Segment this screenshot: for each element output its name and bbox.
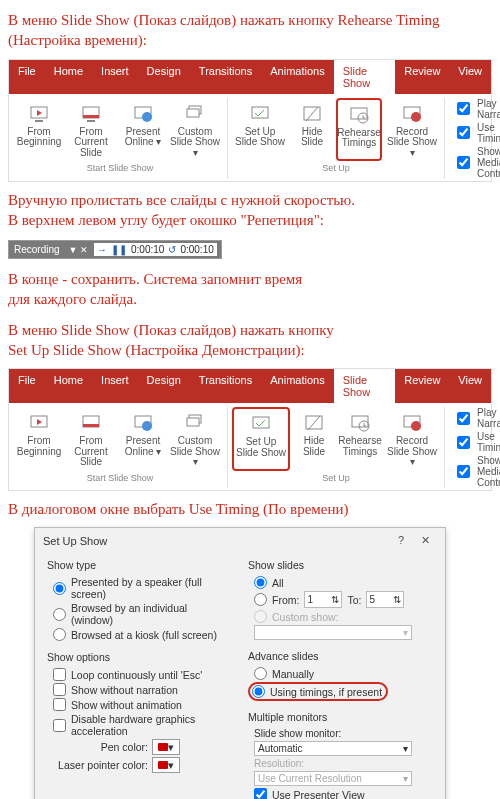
slide-off-icon (303, 412, 325, 434)
screen-play-bar-icon (80, 103, 102, 125)
tab-insert[interactable]: Insert (92, 369, 138, 403)
close-icon[interactable]: ✕ (413, 534, 437, 547)
tab-strip: File Home Insert Design Transitions Anim… (9, 369, 491, 403)
custom-show-button[interactable]: Custom Slide Show ▾ (167, 407, 223, 471)
tab-slideshow[interactable]: Slide Show (334, 369, 396, 403)
laser-color-picker[interactable]: ▾ (152, 757, 180, 773)
screen-play-icon (28, 103, 50, 125)
tab-view[interactable]: View (449, 60, 491, 94)
tab-review[interactable]: Review (395, 60, 449, 94)
tab-strip: File Home Insert Design Transitions Anim… (9, 60, 491, 94)
laser-color-label: Laser pointer color: (53, 759, 148, 771)
advance-timings-radio[interactable]: Using timings, if present (252, 685, 382, 698)
show-type-heading: Show type (47, 559, 232, 571)
pen-color-picker[interactable]: ▾ (152, 739, 180, 755)
svg-rect-22 (253, 417, 269, 428)
svg-rect-1 (35, 120, 43, 122)
screens-stack-icon (184, 412, 206, 434)
svg-rect-3 (83, 115, 99, 118)
tab-slideshow[interactable]: Slide Show (334, 60, 396, 94)
tab-insert[interactable]: Insert (92, 60, 138, 94)
showtype-individual-radio[interactable]: Browsed by an individual (window) (53, 602, 232, 626)
group-setup-label: Set Up (322, 163, 350, 173)
present-online-button[interactable]: Present Online ▾ (121, 98, 165, 162)
present-online-button[interactable]: Present Online ▾ (121, 407, 165, 471)
hide-slide-button[interactable]: Hide Slide (292, 407, 336, 471)
help-icon[interactable]: ? (389, 534, 413, 546)
from-beginning-button[interactable]: From Beginning (17, 98, 61, 162)
recording-time-1: 0:00:10 (131, 244, 164, 255)
screen-globe-icon (132, 103, 154, 125)
monitor-combo[interactable]: Automatic▾ (254, 741, 412, 756)
record-show-button[interactable]: Record Slide Show ▾ (384, 98, 440, 162)
from-current-button[interactable]: From Current Slide (63, 407, 119, 471)
no-animation-check[interactable]: Show without animation (53, 698, 232, 711)
resolution-label: Resolution: (254, 758, 433, 769)
screen-globe-icon (132, 412, 154, 434)
repeat-icon[interactable]: ↺ (168, 244, 176, 255)
tab-transitions[interactable]: Transitions (190, 60, 261, 94)
tab-review[interactable]: Review (395, 369, 449, 403)
tab-view[interactable]: View (449, 369, 491, 403)
setup-show-button[interactable]: Set Up Slide Show (232, 98, 288, 162)
custom-show-button[interactable]: Custom Slide Show ▾ (167, 98, 223, 162)
resolution-combo: Use Current Resolution▾ (254, 771, 412, 786)
no-narration-check[interactable]: Show without narration (53, 683, 232, 696)
play-narrations-check[interactable]: Play Narrations (453, 98, 500, 120)
advance-slides-heading: Advance slides (248, 650, 433, 662)
from-spinner[interactable]: 1⇅ (304, 591, 342, 608)
screen-clock-icon (348, 104, 370, 126)
screen-record-icon (401, 412, 423, 434)
slides-from-radio[interactable]: From: 1⇅ To: 5⇅ (254, 591, 433, 608)
tab-home[interactable]: Home (45, 60, 92, 94)
play-narrations-check[interactable]: Play Narrations (453, 407, 500, 429)
tab-file[interactable]: File (9, 60, 45, 94)
setup-show-button[interactable]: Set Up Slide Show (232, 407, 290, 471)
presenter-view-check[interactable]: Use Presenter View (254, 788, 433, 799)
loop-esc-check[interactable]: Loop continuously until 'Esc' (53, 668, 232, 681)
disable-hw-check[interactable]: Disable hardware graphics acceleration (53, 713, 232, 737)
tab-design[interactable]: Design (138, 60, 190, 94)
svg-rect-17 (83, 424, 99, 427)
tab-transitions[interactable]: Transitions (190, 369, 261, 403)
hide-slide-button[interactable]: Hide Slide (290, 98, 334, 162)
recording-time-2: 0:00:10 (180, 244, 213, 255)
from-current-button[interactable]: From Current Slide (63, 98, 119, 162)
use-timings-check[interactable]: Use Timings (453, 431, 500, 453)
to-spinner[interactable]: 5⇅ (366, 591, 404, 608)
svg-rect-9 (252, 107, 268, 118)
slide-off-icon (301, 103, 323, 125)
screens-stack-icon (184, 103, 206, 125)
svg-rect-4 (87, 120, 95, 122)
ribbon-1: File Home Insert Design Transitions Anim… (8, 59, 492, 182)
group-start-label: Start Slide Show (87, 473, 154, 483)
svg-rect-8 (187, 109, 199, 117)
ribbon-2: File Home Insert Design Transitions Anim… (8, 368, 492, 491)
tab-design[interactable]: Design (138, 369, 190, 403)
showtype-speaker-radio[interactable]: Presented by a speaker (full screen) (53, 576, 232, 600)
svg-point-27 (411, 421, 421, 431)
slides-all-radio[interactable]: All (254, 576, 433, 589)
showtype-kiosk-radio[interactable]: Browsed at a kiosk (full screen) (53, 628, 232, 641)
from-beginning-button[interactable]: From Beginning (17, 407, 61, 471)
next-icon[interactable]: → (97, 244, 107, 255)
pause-icon[interactable]: ❚❚ (111, 244, 127, 255)
svg-point-14 (411, 112, 421, 122)
media-controls-check[interactable]: Show Media Controls (453, 146, 500, 179)
media-controls-check[interactable]: Show Media Controls (453, 455, 500, 488)
group-start-label: Start Slide Show (87, 163, 154, 173)
tab-file[interactable]: File (9, 369, 45, 403)
rehearse-timings-button[interactable]: Rehearse Timings (336, 98, 382, 162)
recording-close-icon[interactable]: ▼ ✕ (69, 245, 88, 255)
tab-animations[interactable]: Animations (261, 60, 333, 94)
use-timings-check[interactable]: Use Timings (453, 122, 500, 144)
rehearse-timings-button[interactable]: Rehearse Timings (338, 407, 382, 471)
advance-manual-radio[interactable]: Manually (254, 667, 433, 680)
monitor-label: Slide show monitor: (254, 728, 433, 739)
tab-animations[interactable]: Animations (261, 369, 333, 403)
tab-home[interactable]: Home (45, 369, 92, 403)
screen-check-icon (250, 413, 272, 435)
svg-point-6 (142, 112, 152, 122)
screen-clock-icon (349, 412, 371, 434)
record-show-button[interactable]: Record Slide Show ▾ (384, 407, 440, 471)
